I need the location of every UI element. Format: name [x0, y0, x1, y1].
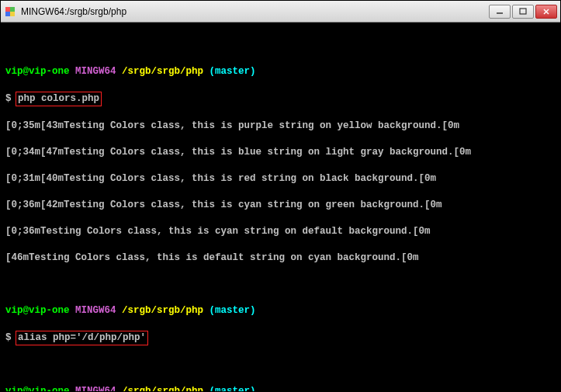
- prompt-host: MINGW64: [75, 305, 116, 316]
- prompt-line: vip@vip-one MINGW64 /srgb/srgb/php (mast…: [5, 385, 556, 392]
- output-raw: [0;31m[40mTesting Colors class, this is …: [5, 172, 556, 186]
- command-line: $ php colors.php: [5, 92, 556, 106]
- prompt-symbol: $: [5, 93, 12, 104]
- command-line: $ alias php='/d/php/php': [5, 331, 556, 345]
- blank-line: [5, 278, 556, 291]
- prompt-host: MINGW64: [75, 66, 116, 77]
- prompt-path: /srgb/srgb/php: [122, 305, 203, 316]
- window-titlebar: MINGW64:/srgb/srgb/php: [1, 1, 560, 23]
- window-title: MINGW64:/srgb/srgb/php: [21, 6, 489, 17]
- output-raw: [0;36mTesting Colors class, this is cyan…: [5, 225, 556, 238]
- prompt-branch: (master): [210, 305, 256, 316]
- prompt-path: /srgb/srgb/php: [122, 386, 203, 392]
- prompt-path: /srgb/srgb/php: [122, 66, 203, 77]
- output-raw: [0;36m[42mTesting Colors class, this is …: [5, 199, 556, 212]
- output-raw: [0;35m[43mTesting Colors class, this is …: [5, 120, 556, 133]
- blank-line: [5, 359, 556, 372]
- window-buttons: [489, 5, 557, 19]
- prompt-host: MINGW64: [75, 386, 116, 392]
- prompt-branch: (master): [210, 66, 256, 77]
- command-text: alias php='/d/php/php': [18, 332, 146, 343]
- blank-line: [5, 39, 556, 52]
- command-text: php colors.php: [18, 93, 99, 104]
- prompt-branch: (master): [210, 386, 256, 392]
- app-icon: [4, 5, 16, 18]
- prompt-user: vip@vip-one: [5, 386, 70, 392]
- terminal-area[interactable]: vip@vip-one MINGW64 /srgb/srgb/php (mast…: [1, 23, 560, 392]
- highlighted-command: alias php='/d/php/php': [16, 331, 148, 345]
- close-button[interactable]: [535, 5, 557, 19]
- output-raw: [46mTesting Colors class, this is defaul…: [5, 252, 556, 265]
- prompt-line: vip@vip-one MINGW64 /srgb/srgb/php (mast…: [5, 65, 556, 78]
- prompt-line: vip@vip-one MINGW64 /srgb/srgb/php (mast…: [5, 304, 556, 317]
- prompt-user: vip@vip-one: [5, 305, 70, 316]
- prompt-symbol: $: [5, 332, 12, 343]
- prompt-user: vip@vip-one: [5, 66, 70, 77]
- svg-rect-1: [520, 9, 526, 14]
- output-raw: [0;34m[47mTesting Colors class, this is …: [5, 146, 556, 159]
- highlighted-command: php colors.php: [16, 92, 102, 106]
- minimize-button[interactable]: [489, 5, 511, 19]
- maximize-button[interactable]: [512, 5, 534, 19]
